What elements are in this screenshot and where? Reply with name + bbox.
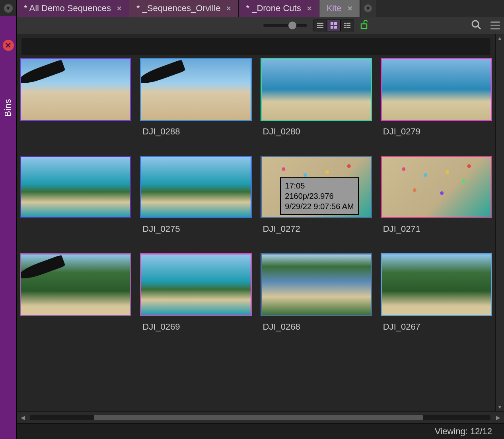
tab-kite[interactable]: Kite ✕: [319, 0, 360, 17]
tab-bar: * All Demo Sequences ✕ * _Sequences_Orvi…: [17, 0, 504, 17]
clip-item[interactable]: [20, 58, 131, 148]
clip-label: DJI_0280: [261, 121, 372, 148]
scroll-up-icon[interactable]: ▲: [496, 34, 504, 42]
svg-rect-0: [317, 23, 323, 24]
clip-item[interactable]: 17:052160p/23.9769/29/22 9:07:56 AMDJI_0…: [261, 156, 372, 246]
clip-item[interactable]: DJI_0267: [381, 253, 492, 343]
vertical-scrollbar[interactable]: ▲ ▼: [495, 34, 504, 411]
thumbnail-size-slider[interactable]: [263, 24, 307, 27]
svg-rect-10: [346, 25, 350, 26]
clip-label: DJI_0279: [381, 121, 492, 148]
scroll-right-icon[interactable]: ▶: [492, 414, 504, 421]
clip-item[interactable]: DJI_0275: [140, 156, 251, 246]
menu-icon[interactable]: [490, 21, 500, 29]
hscroll-thumb[interactable]: [94, 415, 423, 420]
clip-item[interactable]: DJI_0271: [381, 156, 492, 246]
clip-thumbnail[interactable]: [20, 253, 131, 316]
tab-sequences-orville[interactable]: * _Sequences_Orville ✕: [129, 0, 239, 17]
view-mode-group: [313, 19, 354, 31]
clip-label: [20, 121, 131, 138]
clip-item[interactable]: DJI_0288: [140, 58, 251, 148]
scroll-left-icon[interactable]: ◀: [17, 414, 29, 421]
close-icon[interactable]: ✕: [3, 40, 14, 51]
svg-rect-8: [346, 23, 350, 24]
view-script-button[interactable]: [341, 19, 354, 31]
hscroll-track[interactable]: [30, 415, 490, 420]
svg-line-14: [478, 26, 481, 29]
tab-label: * _Sequences_Orville: [136, 3, 221, 14]
clip-thumbnail[interactable]: [20, 58, 131, 121]
bins-panel: ✕ Bins: [0, 16, 16, 439]
clip-thumbnail[interactable]: [140, 156, 251, 219]
close-tab-icon[interactable]: ✕: [226, 5, 231, 12]
view-text-button[interactable]: [313, 19, 327, 31]
tab-all-demo-sequences[interactable]: * All Demo Sequences ✕: [17, 0, 129, 17]
svg-rect-12: [346, 27, 350, 28]
tab-drone-cuts[interactable]: * _Drone Cuts ✕: [239, 0, 319, 17]
clip-item[interactable]: DJI_0280: [261, 58, 372, 148]
tab-label: * All Demo Sequences: [24, 3, 111, 14]
svg-rect-9: [344, 25, 346, 26]
clip-label: DJI_0272: [261, 218, 372, 245]
tab-label: * _Drone Cuts: [246, 3, 301, 14]
close-tab-icon[interactable]: ✕: [307, 5, 312, 12]
horizontal-scrollbar[interactable]: ◀ ▶: [17, 411, 504, 423]
grid-icon: [330, 21, 338, 29]
clip-label: [20, 218, 131, 235]
detail-list-icon: [343, 21, 351, 29]
clip-label: DJI_0275: [140, 218, 251, 245]
svg-rect-11: [344, 27, 346, 28]
tab-overflow[interactable]: ▼: [360, 0, 376, 17]
clip-item[interactable]: DJI_0279: [381, 58, 492, 148]
tab-label: Kite: [327, 3, 342, 14]
clip-label: DJI_0267: [381, 316, 492, 343]
svg-rect-2: [317, 27, 323, 28]
svg-point-13: [472, 21, 479, 27]
clip-thumbnail[interactable]: [20, 156, 131, 219]
svg-rect-7: [344, 23, 346, 24]
app-root: ▼ ✕ Bins * All Demo Sequences ✕ * _Seque…: [0, 0, 504, 439]
clip-thumbnail[interactable]: [381, 253, 492, 316]
unlock-icon[interactable]: [360, 19, 368, 32]
svg-rect-3: [331, 22, 333, 25]
clip-thumbnail[interactable]: [381, 156, 492, 219]
svg-rect-6: [334, 26, 337, 29]
chevron-down-icon: ▼: [364, 4, 372, 12]
bin-content: DJI_0288DJI_0280DJI_0279DJI_027517:05216…: [17, 34, 504, 411]
clip-item[interactable]: DJI_0268: [261, 253, 372, 343]
search-icon[interactable]: [471, 19, 482, 32]
svg-rect-5: [331, 26, 333, 29]
tooltip-duration: 17:05: [285, 181, 354, 191]
clip-item[interactable]: [20, 253, 131, 343]
clip-item[interactable]: [20, 156, 131, 246]
svg-rect-1: [317, 25, 323, 26]
view-frame-button[interactable]: [327, 19, 341, 31]
clip-thumbnail[interactable]: [140, 58, 251, 121]
clip-thumbnail[interactable]: [261, 253, 372, 316]
viewing-count: Viewing: 12/12: [435, 426, 492, 437]
clip-scroll-area: DJI_0288DJI_0280DJI_0279DJI_027517:05216…: [17, 34, 495, 411]
bin-toolbar: [17, 17, 504, 34]
status-bar: Viewing: 12/12: [17, 423, 504, 439]
close-tab-icon[interactable]: ✕: [117, 5, 122, 12]
clip-tooltip: 17:052160p/23.9769/29/22 9:07:56 AM: [280, 177, 358, 215]
close-tab-icon[interactable]: ✕: [347, 5, 352, 12]
clip-label: DJI_0288: [140, 121, 251, 148]
sidebar-disclose-icon[interactable]: ▼: [4, 4, 13, 13]
clip-thumbnail[interactable]: [381, 58, 492, 121]
clip-label: DJI_0271: [381, 218, 492, 245]
clip-thumbnail[interactable]: 17:052160p/23.9769/29/22 9:07:56 AM: [261, 156, 372, 219]
clip-label: [20, 316, 131, 333]
svg-rect-4: [334, 22, 337, 25]
clip-label: DJI_0268: [261, 316, 372, 343]
clip-grid: DJI_0288DJI_0280DJI_0279DJI_027517:05216…: [17, 58, 495, 347]
bins-sidebar: ▼ ✕ Bins: [0, 0, 17, 439]
scroll-down-icon[interactable]: ▼: [496, 403, 504, 411]
main-area: * All Demo Sequences ✕ * _Sequences_Orvi…: [17, 0, 504, 439]
clip-item[interactable]: DJI_0269: [140, 253, 251, 343]
bins-label: Bins: [3, 99, 14, 117]
tooltip-format: 2160p/23.976: [285, 191, 354, 201]
clip-thumbnail[interactable]: [140, 253, 251, 316]
clip-thumbnail[interactable]: [261, 58, 372, 121]
slider-thumb[interactable]: [288, 21, 297, 30]
